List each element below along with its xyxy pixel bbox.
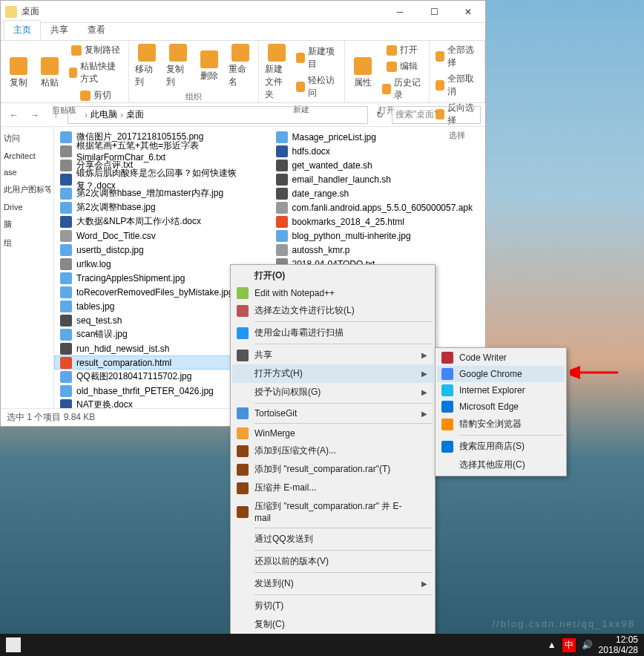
file-name: NAT更换.docx (76, 398, 133, 408)
menu-item[interactable]: Code Writer (437, 350, 565, 366)
tray-icon[interactable]: ▲ (548, 640, 556, 650)
ribbon-button[interactable]: 移动到 (132, 42, 162, 90)
ribbon-button[interactable]: 属性 (348, 56, 378, 91)
folder-icon (5, 6, 17, 18)
sidebar-item[interactable]: Drive (4, 201, 50, 213)
file-item[interactable]: com.fanli.android.apps_5.5.0_605000057.a… (270, 200, 486, 214)
menu-item-icon (441, 441, 453, 453)
file-name: usertb_distcp.jpg (76, 245, 144, 255)
menu-item[interactable]: 搜索应用商店(S) (437, 437, 565, 456)
menu-item[interactable]: 添加到 "result_comparation.rar"(T) (232, 460, 433, 479)
up-button[interactable]: ↑ (47, 106, 65, 124)
menu-item[interactable]: 打开(O) (232, 266, 433, 285)
file-item[interactable]: email_handler_launch.sh (270, 172, 486, 186)
sidebar-item[interactable]: 访问 (4, 131, 50, 145)
menu-item[interactable]: 通过QQ发送到 (232, 530, 433, 548)
file-item[interactable]: autossh_kmr.p (270, 243, 486, 257)
file-item[interactable]: hdfs.docx (270, 144, 486, 158)
ribbon-button[interactable]: 新建文件夹 (262, 42, 292, 102)
submenu-arrow-icon: ▶ (421, 410, 427, 418)
menu-item[interactable]: 添加到压缩文件(A)... (232, 442, 433, 460)
start-button[interactable] (6, 637, 21, 652)
file-item[interactable]: 根据笔画+五笔+其他=形近字表SimilarFormChar_6.txt (54, 144, 270, 158)
back-button[interactable]: ← (5, 106, 23, 124)
menu-separator (254, 403, 433, 404)
file-item[interactable]: blog_python_multi-inherite.jpg (270, 229, 486, 243)
forward-button[interactable]: → (26, 106, 44, 124)
search-input[interactable]: 搜索"桌面" (392, 106, 481, 124)
menu-item[interactable]: 压缩到 "result_comparation.rar" 并 E-mail (232, 497, 433, 526)
breadcrumb-part[interactable]: 桌面 (126, 108, 144, 121)
menu-item-label: 压缩并 E-mail... (254, 482, 316, 494)
ribbon-button[interactable]: 新建项目 (293, 44, 342, 72)
file-item[interactable]: date_range.sh (270, 186, 486, 200)
ribbon-button[interactable]: 重命名 (226, 42, 255, 90)
ribbon-button[interactable]: 剪切 (66, 88, 125, 103)
menu-item[interactable]: TortoiseGit▶ (232, 405, 433, 422)
ribbon-button[interactable]: 删除 (194, 49, 224, 84)
menu-item-label: 打开(O) (254, 269, 285, 282)
ribbon-button[interactable]: 复制 (4, 56, 33, 91)
ribbon-button[interactable]: 复制路径 (66, 42, 125, 58)
file-item[interactable]: usertb_distcp.jpg (54, 243, 270, 257)
menu-item[interactable]: Edit with Notepad++ (232, 285, 433, 301)
submenu-arrow-icon: ▶ (421, 351, 427, 359)
menu-item[interactable]: 授予访问权限(G)▶ (232, 383, 433, 401)
file-item[interactable]: 大数据&NLP本周工作小结.docx (54, 214, 270, 229)
ribbon-button[interactable]: 轻松访问 (293, 73, 342, 101)
ribbon-button[interactable]: 历史记录 (379, 75, 425, 103)
refresh-button[interactable]: ↻ (371, 106, 389, 124)
file-item[interactable]: 第2次调整hbase.jpg (54, 200, 270, 214)
sidebar-item[interactable]: ase (4, 166, 50, 178)
menu-item[interactable]: Internet Explorer (437, 382, 565, 398)
menu-item-icon (237, 445, 249, 457)
menu-item[interactable]: 共享▶ (232, 346, 433, 364)
ribbon-button[interactable]: 全部选择 (433, 42, 482, 70)
file-item[interactable]: get_wanted_date.sh (270, 158, 486, 172)
ribbon-button[interactable]: 粘贴 (35, 56, 65, 91)
ribbon-tab[interactable]: 共享 (41, 20, 78, 40)
menu-item[interactable]: 选择左边文件进行比较(L) (232, 301, 433, 320)
ribbon-icon (10, 57, 27, 75)
menu-item[interactable]: 使用金山毒霸进行扫描 (232, 324, 433, 342)
menu-item-label: WinMerge (254, 428, 295, 439)
sidebar-item[interactable]: 此用户图标等1 (4, 183, 50, 197)
menu-item[interactable]: 发送到(N)▶ (232, 574, 433, 593)
breadcrumb-part[interactable]: 此电脑 (91, 108, 117, 121)
address-field[interactable]: › 此电脑 › 桌面 (68, 106, 368, 124)
ribbon-button[interactable]: 编辑 (379, 59, 425, 74)
menu-item[interactable]: 选择其他应用(C) (437, 456, 565, 474)
menu-item[interactable]: Google Chrome (437, 366, 565, 382)
ribbon-button[interactable]: 全部取消 (433, 71, 482, 99)
file-item[interactable]: bookmarks_2018_4_25.html (270, 214, 486, 229)
menu-item[interactable]: WinMerge (232, 425, 433, 442)
menu-item-icon (237, 350, 249, 361)
ribbon-button[interactable]: 复制到 (163, 42, 193, 90)
menu-item[interactable]: 复制(C) (232, 615, 433, 634)
ribbon-tab[interactable]: 主页 (4, 20, 41, 40)
file-item[interactable]: Masage_priceList.jpg (270, 130, 486, 144)
clock[interactable]: 12:05 2018/4/28 (599, 634, 638, 655)
ribbon-button[interactable]: 打开 (379, 42, 425, 58)
ribbon-icon (296, 53, 305, 63)
ime-indicator[interactable]: 中 (562, 638, 576, 652)
menu-item[interactable]: 压缩并 E-mail... (232, 479, 433, 497)
ribbon-button[interactable]: 粘贴快捷方式 (66, 59, 125, 87)
close-button[interactable]: ✕ (451, 1, 485, 23)
file-icon (60, 286, 72, 298)
sidebar-item[interactable]: Architect (4, 150, 50, 162)
maximize-button[interactable]: ☐ (417, 1, 451, 23)
file-item[interactable]: 锻炼后肌肉酸疼是怎么回事？如何快速恢复？.docx (54, 172, 270, 186)
minimize-button[interactable]: ─ (383, 1, 417, 23)
menu-item[interactable]: 猎豹安全浏览器 (437, 415, 565, 433)
submenu-arrow-icon: ▶ (421, 388, 427, 396)
menu-item[interactable]: Microsoft Edge (437, 398, 565, 415)
menu-item[interactable]: 还原以前的版本(V) (232, 552, 433, 571)
sidebar-item[interactable]: 脑 (4, 217, 50, 232)
ribbon-tab[interactable]: 查看 (78, 20, 115, 40)
sidebar-item[interactable]: 组 (4, 236, 50, 250)
file-item[interactable]: Word_Doc_Title.csv (54, 229, 270, 243)
menu-item[interactable]: 剪切(T) (232, 597, 433, 615)
menu-item[interactable]: 打开方式(H)▶ (232, 364, 433, 383)
tray-icon[interactable]: 🔊 (582, 640, 593, 650)
